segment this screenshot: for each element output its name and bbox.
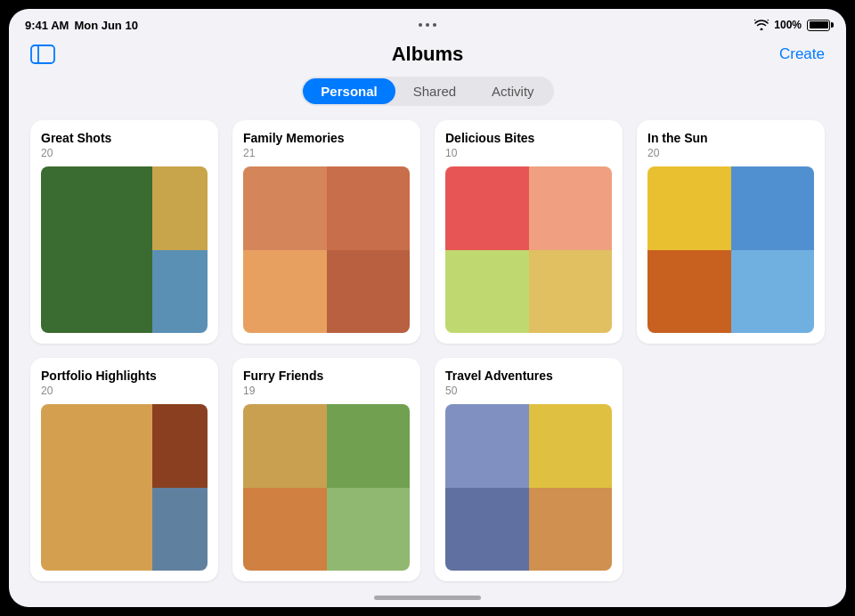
album-photos — [243, 404, 410, 571]
album-title: Portfolio Highlights — [41, 369, 208, 383]
tab-bar: Personal Shared Activity — [9, 77, 846, 106]
album-furry-friends[interactable]: Furry Friends 19 — [232, 358, 420, 581]
tab-personal[interactable]: Personal — [303, 78, 395, 104]
album-in-the-sun[interactable]: In the Sun 20 — [637, 120, 825, 344]
album-title: Travel Adventures — [445, 369, 612, 383]
album-count: 21 — [243, 147, 410, 159]
photo-thumb — [445, 404, 529, 488]
segment-pill: Personal Shared Activity — [301, 77, 553, 106]
ipad-screen: 9:41 AM Mon Jun 10 100% — [9, 9, 846, 607]
sidebar-toggle-button[interactable] — [30, 45, 55, 64]
album-count: 50 — [445, 385, 612, 397]
sidebar-icon — [30, 45, 55, 64]
albums-grid: Great Shots 20 Family Memories 21 Delici… — [9, 120, 846, 581]
album-photos — [647, 166, 814, 333]
photo-thumb — [529, 404, 613, 488]
album-portfolio-highlights[interactable]: Portfolio Highlights 20 — [30, 358, 218, 581]
album-count: 10 — [445, 147, 612, 159]
photo-thumb — [445, 250, 529, 334]
album-count: 19 — [243, 385, 410, 397]
tab-shared[interactable]: Shared — [395, 78, 474, 104]
photo-thumb — [327, 250, 411, 334]
dot1 — [419, 23, 422, 27]
photo-thumb — [41, 404, 152, 571]
album-photos — [445, 166, 612, 333]
photo-thumb — [243, 404, 327, 488]
dot3 — [433, 23, 436, 27]
status-left: 9:41 AM Mon Jun 10 — [25, 19, 138, 32]
photo-thumb — [152, 488, 208, 571]
photo-thumb — [327, 488, 411, 571]
photo-thumb — [647, 166, 731, 250]
header: Albums Create — [9, 41, 846, 71]
status-right: 100% — [754, 19, 830, 31]
page-title: Albums — [392, 43, 464, 66]
photo-thumb — [529, 166, 613, 250]
album-photos — [41, 404, 208, 571]
album-travel-adventures[interactable]: Travel Adventures 50 — [435, 358, 623, 581]
album-title: In the Sun — [647, 131, 814, 145]
tab-activity[interactable]: Activity — [474, 78, 552, 104]
wifi-icon — [754, 20, 769, 30]
photo-thumb — [152, 166, 208, 250]
status-center — [419, 23, 436, 27]
dot2 — [426, 23, 429, 27]
photo-thumb — [243, 488, 327, 571]
album-photos — [41, 166, 208, 333]
status-time: 9:41 AM — [25, 19, 69, 32]
album-family-memories[interactable]: Family Memories 21 — [232, 120, 420, 344]
photo-thumb — [445, 166, 529, 250]
album-title: Furry Friends — [243, 369, 410, 383]
album-count: 20 — [41, 147, 208, 159]
photo-thumb — [529, 488, 613, 571]
photo-thumb — [152, 250, 208, 334]
photo-thumb — [327, 404, 411, 488]
album-title: Family Memories — [243, 131, 410, 145]
photo-thumb — [152, 404, 208, 488]
svg-rect-0 — [31, 45, 54, 63]
album-delicious-bites[interactable]: Delicious Bites 10 — [435, 120, 623, 344]
album-photos — [445, 404, 612, 571]
album-count: 20 — [647, 147, 814, 159]
photo-thumb — [41, 166, 152, 333]
home-indicator — [374, 596, 481, 600]
photo-thumb — [731, 166, 815, 250]
battery-fill — [810, 21, 828, 28]
battery-icon — [807, 20, 830, 31]
photo-thumb — [731, 250, 815, 334]
photo-thumb — [327, 166, 411, 250]
album-count: 20 — [41, 385, 208, 397]
album-title: Great Shots — [41, 131, 208, 145]
photo-thumb — [647, 250, 731, 334]
create-button[interactable]: Create — [779, 45, 825, 63]
photo-thumb — [529, 250, 613, 334]
status-date: Mon Jun 10 — [74, 19, 138, 32]
album-title: Delicious Bites — [445, 131, 612, 145]
album-photos — [243, 166, 410, 333]
album-great-shots[interactable]: Great Shots 20 — [30, 120, 218, 344]
photo-thumb — [243, 250, 327, 334]
photo-thumb — [445, 488, 529, 571]
battery-percent: 100% — [774, 19, 802, 31]
photo-thumb — [243, 166, 327, 250]
status-bar: 9:41 AM Mon Jun 10 100% — [9, 9, 846, 41]
